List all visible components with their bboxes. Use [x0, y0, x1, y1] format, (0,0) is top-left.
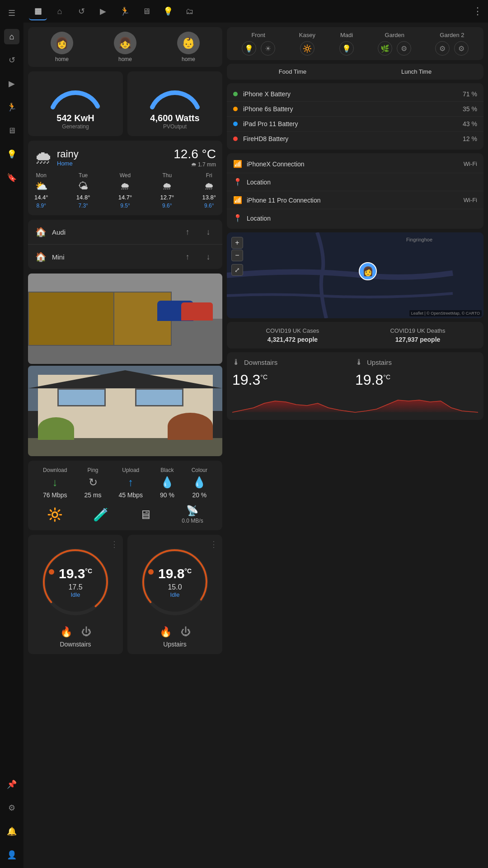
thermo-downstairs-center: 19.3°C 17.5 Idle: [59, 566, 92, 598]
temp-downstairs-header: 🌡 Downstairs: [232, 358, 355, 367]
monitor-device-icon: 🖥: [139, 505, 152, 524]
conn-iphonex-type: Wi-Fi: [464, 160, 477, 167]
kasey-light-icon[interactable]: 🔆: [300, 41, 314, 56]
sidebar-gear-icon[interactable]: ⚙: [4, 800, 19, 816]
topnav-home-icon[interactable]: ⌂: [51, 2, 69, 20]
net-black-value: 90 %: [160, 491, 174, 499]
covid-deaths: COVID19 UK Deaths 127,937 people: [357, 327, 478, 343]
map-expand-button[interactable]: ⤢: [231, 264, 243, 276]
thermo-upstairs-actions: 🔥 ⏻: [160, 626, 191, 638]
garage-name-mini: Mini: [52, 253, 181, 261]
topnav-play-icon[interactable]: ▶: [94, 2, 112, 20]
automation-food-label: Food Time: [279, 68, 306, 75]
room-front: Front 💡 ☀: [242, 32, 275, 56]
garden2-gear2-icon[interactable]: ⚙: [454, 41, 469, 56]
thermo-upstairs-flame[interactable]: 🔥: [160, 626, 172, 638]
audi-down-button[interactable]: ↓: [202, 225, 215, 239]
svg-text:Fingringhoe: Fingringhoe: [406, 237, 432, 242]
sidebar-pin-icon[interactable]: 📌: [4, 777, 19, 792]
battery-iphone6s-dot: [233, 107, 238, 111]
forecast-thu-low: 9.6°: [162, 203, 172, 209]
thermo-downstairs-temp: 19.3°C: [59, 566, 92, 581]
person-card-1[interactable]: 👩 home: [33, 32, 91, 62]
sat-device: 📡 0.0 MB/s: [182, 505, 203, 524]
thermo-downstairs-name: Downstairs: [60, 641, 91, 648]
sidebar-bell-icon[interactable]: 🔔: [4, 824, 19, 839]
automation-lunch[interactable]: Lunch Time: [401, 68, 432, 75]
forecast-wed-icon: 🌧: [120, 180, 130, 192]
automation-food[interactable]: Food Time: [279, 68, 306, 75]
person-card-3[interactable]: 👶 home: [159, 32, 218, 62]
battery-firehd-name: FireHD8 Battery: [243, 135, 463, 142]
garage-icon-mini: 🏠: [35, 251, 47, 262]
map-zoom-in-button[interactable]: +: [231, 237, 243, 249]
covid-cases-value: 4,321,472 people: [267, 336, 318, 343]
garden-plant-icon[interactable]: 🌿: [378, 41, 392, 56]
menu-icon[interactable]: ☰: [4, 5, 19, 21]
person-card-2[interactable]: 👧 home: [96, 32, 155, 62]
madi-light-icon[interactable]: 💡: [339, 41, 354, 56]
net-colour-value: 20 %: [192, 491, 206, 499]
sidebar: ☰ ⌂ ↺ ▶ 🏃 🖥 💡 🔖 📌 ⚙ 🔔 👤: [0, 0, 23, 868]
topnav-menu-icon[interactable]: ⋮: [473, 5, 483, 17]
network-stats-row1: Download ↓ 76 Mbps Ping ↻ 25 ms Upload ↑…: [34, 467, 216, 499]
topnav-monitor-icon[interactable]: 🖥: [137, 2, 155, 20]
sidebar-run-icon[interactable]: 🏃: [4, 99, 19, 115]
network-stats: Download ↓ 76 Mbps Ping ↻ 25 ms Upload ↑…: [28, 461, 222, 530]
thermo-downstairs: ⋮ 19.3°C 17.5 Idle: [28, 535, 123, 654]
covid-deaths-label: COVID19 UK Deaths: [390, 327, 445, 334]
cam2-scene: [28, 366, 222, 456]
mini-down-button[interactable]: ↓: [202, 250, 215, 264]
battery-iphonex-dot: [233, 92, 238, 96]
topnav-card-icon[interactable]: 🗂: [181, 2, 199, 20]
front-light-icon[interactable]: 💡: [242, 41, 256, 56]
net-colour: Colour 💧 20 %: [192, 467, 207, 499]
topnav-bulb-icon[interactable]: 💡: [159, 2, 177, 20]
black-ink-icon: 💧: [160, 476, 174, 489]
room-garden-icons: 🌿 ⚙: [378, 41, 411, 56]
location-icon-2: 📍: [233, 214, 242, 222]
pv-value: 4,600 Watts: [150, 113, 199, 123]
forecast-fri-low: 9.6°: [204, 203, 214, 209]
weather-info: rainy Home: [57, 148, 79, 167]
covid-row: COVID19 UK Cases 4,321,472 people COVID1…: [227, 322, 483, 349]
temp-upstairs-room: Upstairs: [367, 359, 392, 366]
forecast-mon-low: 8.9°: [37, 203, 46, 209]
sidebar-monitor-icon[interactable]: 🖥: [4, 123, 19, 138]
camera-feed-1: 18/05/2021 11:58:13: [28, 274, 222, 364]
solar-label: Generating: [62, 123, 89, 130]
sidebar-avatar-icon[interactable]: 👤: [4, 847, 19, 863]
garage-icon-audi: 🏠: [35, 226, 47, 237]
sidebar-play-icon[interactable]: ▶: [4, 76, 19, 91]
thermo-upstairs-power[interactable]: ⏻: [181, 626, 191, 638]
temp-chart-row: [232, 392, 478, 415]
garden-gear-icon[interactable]: ⚙: [397, 41, 411, 56]
topnav-grid-icon[interactable]: ▦: [29, 2, 47, 20]
sidebar-history-icon[interactable]: ↺: [4, 52, 19, 68]
pv-label: PVOutput: [163, 123, 187, 130]
room-garden2-icons: ⚙ ⚙: [435, 41, 469, 56]
front-power-icon[interactable]: ☀: [261, 41, 275, 56]
mini-up-button[interactable]: ↑: [181, 250, 194, 264]
forecast-fri-high: 13.8°: [202, 194, 216, 201]
audi-up-button[interactable]: ↑: [181, 225, 194, 239]
thermo-downstairs-power[interactable]: ⏻: [81, 626, 91, 638]
forecast-thu: Thu 🌧 12.7° 9.6°: [160, 172, 174, 209]
thermo-downstairs-flame[interactable]: 🔥: [60, 626, 72, 638]
topnav-run-icon[interactable]: 🏃: [116, 2, 134, 20]
map-attribution: Leaflet | © OpenStreetMap, © CARTO: [409, 310, 482, 316]
battery-iphonex: iPhone X Battery 71 %: [227, 87, 483, 102]
forecast-fri-icon: 🌧: [204, 180, 214, 192]
forecast-thu-icon: 🌧: [162, 180, 172, 192]
thermo-upstairs-name: Upstairs: [163, 641, 186, 648]
thermo-upstairs: ⋮ 19.8°C 15.0 Idle: [127, 535, 222, 654]
battery-list: iPhone X Battery 71 % iPhone 6s Battery …: [227, 83, 483, 150]
topnav: ▦ ⌂ ↺ ▶ 🏃 🖥 💡 🗂 ⋮: [23, 0, 488, 23]
map-zoom-out-button[interactable]: −: [231, 250, 243, 261]
sidebar-bookmark-icon[interactable]: 🔖: [4, 170, 19, 185]
sidebar-home-icon[interactable]: ⌂: [4, 29, 19, 44]
topnav-history-icon[interactable]: ↺: [72, 2, 90, 20]
sidebar-bulb-icon[interactable]: 💡: [4, 146, 19, 162]
garden2-gear1-icon[interactable]: ⚙: [435, 41, 450, 56]
thermo-upstairs-center: 19.8°C 15.0 Idle: [158, 566, 192, 598]
